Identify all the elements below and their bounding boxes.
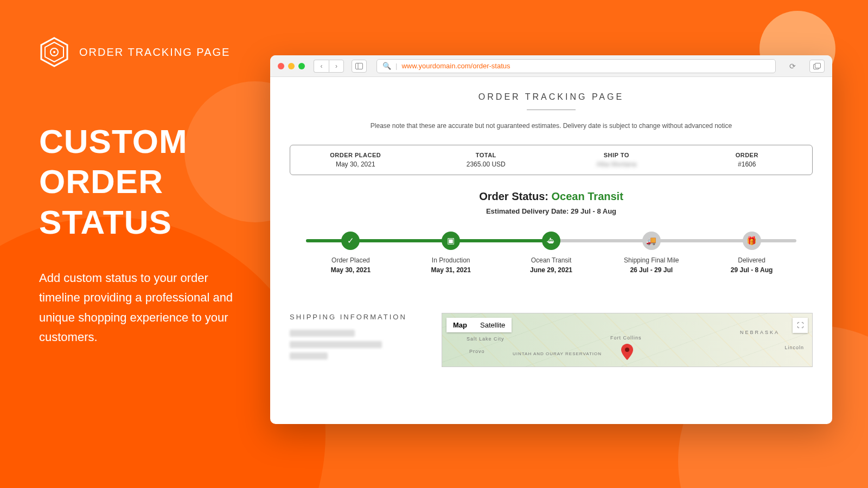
eta-prefix: Estimated Delivery Date: — [486, 207, 571, 215]
shipping-info: SHIPPING INFORMATION — [290, 313, 431, 367]
forward-button[interactable]: › — [329, 60, 344, 73]
eta: Estimated Delivery Date: 29 Jul - 8 Aug — [279, 207, 824, 215]
svg-point-8 — [625, 348, 629, 352]
step-date: June 29, 2021 — [501, 266, 602, 274]
summary-value: #1606 — [682, 160, 813, 168]
step-label: Order Placed — [301, 256, 401, 264]
browser-chrome: ‹ › 🔍 | www.yourdomain.com/order-status … — [270, 55, 832, 77]
headline-line: STATUS — [39, 202, 245, 242]
map-city-label: Salt Lake City — [467, 336, 505, 342]
search-icon: 🔍 — [382, 62, 391, 70]
summary-label: ORDER PLACED — [290, 152, 421, 158]
order-summary: ORDER PLACED May 30, 2021 TOTAL 2365.00 … — [290, 145, 813, 175]
logo-hexagon-icon — [39, 37, 69, 67]
maximize-icon[interactable] — [298, 63, 305, 69]
brand-logo: ORDER TRACKING PAGE — [39, 37, 245, 67]
redacted-line — [290, 341, 382, 348]
map-state-label: NEBRASKA — [740, 330, 780, 335]
step-date: May 31, 2021 — [401, 266, 501, 274]
close-icon[interactable] — [278, 63, 284, 69]
redacted-line — [290, 330, 355, 337]
box-icon: ▣ — [442, 232, 460, 250]
step-date: May 30, 2021 — [301, 266, 401, 274]
disclaimer-text: Please note that these are accurate but … — [279, 122, 824, 130]
map-widget[interactable]: Ogden Salt Lake City Provo UINTAH AND OU… — [442, 313, 813, 367]
step-label: Delivered — [701, 256, 802, 264]
svg-point-3 — [53, 51, 55, 53]
svg-rect-7 — [815, 63, 821, 68]
brand-name: ORDER TRACKING PAGE — [79, 46, 230, 59]
url-text: www.yourdomain.com/order-status — [401, 62, 510, 70]
address-bar[interactable]: 🔍 | www.yourdomain.com/order-status — [376, 59, 776, 73]
step-label: Shipping Final Mile — [601, 256, 701, 264]
status-prefix: Order Status: — [479, 190, 551, 202]
map-tab-map[interactable]: Map — [446, 318, 474, 332]
timeline-step: 🎁 Delivered 29 Jul - 8 Aug — [701, 232, 802, 274]
nav-back-forward: ‹ › — [314, 60, 344, 73]
timeline-step: 🚚 Shipping Final Mile 26 Jul - 29 Jul — [601, 232, 701, 274]
summary-label: ORDER — [682, 152, 813, 158]
sidebar-toggle-button[interactable] — [352, 60, 367, 73]
marketing-headline: CUSTOM ORDER STATUS — [39, 121, 245, 242]
map-tab-satellite[interactable]: Satellite — [474, 318, 512, 332]
marketing-subtext: Add custom status to your order timeline… — [39, 268, 245, 347]
step-label: Ocean Transit — [501, 256, 602, 264]
truck-icon: 🚚 — [642, 232, 661, 250]
summary-total: TOTAL 2365.00 USD — [421, 152, 552, 168]
summary-label: TOTAL — [421, 152, 552, 158]
summary-label: SHIP TO — [551, 152, 682, 158]
map-pin-icon — [621, 344, 633, 362]
map-city-label: Lincoln — [784, 345, 804, 350]
headline-line: CUSTOM — [39, 121, 245, 162]
summary-order: ORDER #1606 — [682, 152, 813, 168]
status-value: Ocean Transit — [552, 190, 623, 202]
summary-value: May 30, 2021 — [290, 160, 421, 168]
timeline-step: ⛴ Ocean Transit June 29, 2021 — [501, 232, 602, 274]
tracking-page: ORDER TRACKING PAGE Please note that the… — [270, 77, 832, 424]
timeline-step: ✓ Order Placed May 30, 2021 — [301, 232, 401, 274]
map-type-toggle: Map Satellite — [446, 318, 512, 332]
summary-placed: ORDER PLACED May 30, 2021 — [290, 152, 421, 168]
timeline-steps: ✓ Order Placed May 30, 2021▣ In Producti… — [301, 232, 802, 274]
back-button[interactable]: ‹ — [314, 60, 329, 73]
step-date: 26 Jul - 29 Jul — [601, 266, 701, 274]
summary-value: 2365.00 USD — [421, 160, 552, 168]
bottom-row: SHIPPING INFORMATION Ogden Salt Lake Cit… — [290, 313, 813, 367]
eta-value: 29 Jul - 8 Aug — [571, 207, 616, 215]
step-label: In Production — [401, 256, 501, 264]
check-icon: ✓ — [341, 232, 360, 250]
ship-icon: ⛴ — [542, 232, 560, 250]
divider — [527, 110, 576, 110]
minimize-icon[interactable] — [288, 63, 295, 69]
map-region-label: UINTAH AND OURAY RESERVATION — [513, 351, 602, 356]
fullscreen-button[interactable]: ⛶ — [793, 318, 808, 333]
svg-rect-4 — [356, 63, 363, 69]
status-timeline: ✓ Order Placed May 30, 2021▣ In Producti… — [301, 232, 802, 291]
map-city-label: Provo — [469, 349, 485, 354]
marketing-panel: ORDER TRACKING PAGE CUSTOM ORDER STATUS … — [39, 37, 245, 347]
step-date: 29 Jul - 8 Aug — [701, 266, 802, 274]
timeline-step: ▣ In Production May 31, 2021 — [401, 232, 501, 274]
browser-window: ‹ › 🔍 | www.yourdomain.com/order-status … — [270, 55, 832, 424]
summary-value: Alba Montana — [551, 160, 682, 168]
map-city-label: Fort Collins — [610, 335, 642, 341]
redacted-line — [290, 352, 328, 359]
traffic-lights — [278, 63, 305, 69]
headline-line: ORDER — [39, 162, 245, 202]
reload-button[interactable]: ⟳ — [786, 62, 800, 70]
tabs-button[interactable] — [809, 60, 825, 73]
order-status: Order Status: Ocean Transit — [279, 190, 824, 203]
summary-shipto: SHIP TO Alba Montana — [551, 152, 682, 168]
gift-icon: 🎁 — [743, 232, 761, 250]
shipping-title: SHIPPING INFORMATION — [290, 313, 431, 321]
page-title: ORDER TRACKING PAGE — [279, 92, 824, 102]
